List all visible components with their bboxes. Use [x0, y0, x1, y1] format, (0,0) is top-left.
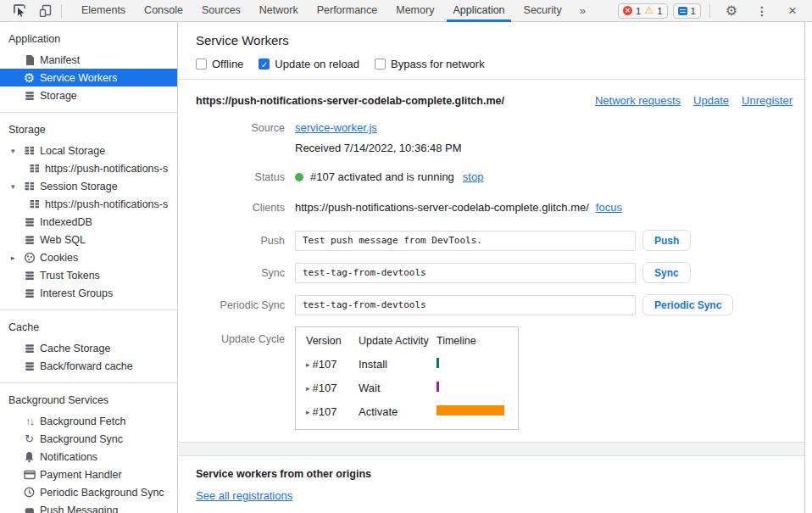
expand-icon[interactable]: ▸ [11, 254, 23, 262]
sync-label: Sync [196, 267, 285, 279]
update-cycle-row: Update Cycle Version Update Activity Tim… [196, 326, 793, 430]
tab-performance[interactable]: Performance [308, 0, 387, 22]
sidebar-item-interest-groups[interactable]: Interest Groups [0, 284, 177, 302]
tab-memory[interactable]: Memory [387, 0, 443, 22]
sidebar-item-storage[interactable]: Storage [0, 86, 177, 104]
periodic-sync-button[interactable]: Periodic Sync [642, 294, 733, 315]
tab-application[interactable]: Application [443, 0, 514, 22]
periodic-sync-tag-input[interactable] [295, 295, 636, 315]
warning-icon: ⚠ [644, 6, 653, 15]
tab-security[interactable]: Security [514, 0, 571, 22]
update-on-reload-checkbox[interactable]: ✓ Update on reload [259, 58, 359, 70]
received-timestamp: Received 7/14/2022, 10:36:48 PM [295, 142, 462, 154]
expand-icon[interactable]: ▸ [306, 384, 310, 393]
expand-icon[interactable]: ▸ [306, 360, 310, 369]
push-message-input[interactable] [295, 231, 636, 251]
tab-console[interactable]: Console [135, 0, 192, 22]
sidebar-item-local-storage[interactable]: ▾ Local Storage [0, 142, 177, 159]
messages-badge[interactable]: 1 [673, 3, 701, 19]
gear-icon: ⚙ [23, 71, 36, 84]
activity-cell: Install [359, 358, 437, 371]
received-row: Received 7/14/2022, 10:36:48 PM [196, 142, 793, 154]
update-link[interactable]: Update [693, 94, 729, 107]
device-toolbar-icon[interactable] [32, 0, 58, 21]
kebab-menu-icon[interactable]: ⋮ [749, 0, 775, 21]
service-worker-card: https://push-notifications-server-codela… [179, 80, 804, 442]
sync-icon: ↻ [23, 432, 36, 445]
checkbox-checked[interactable]: ✓ [259, 59, 270, 70]
table-icon [23, 180, 36, 192]
table-icon [23, 144, 36, 157]
up-down-arrows-icon: ↑↓ [23, 415, 36, 427]
expand-icon[interactable]: ▸ [306, 408, 310, 416]
activity-cell: Wait [359, 382, 437, 394]
database-icon [23, 89, 36, 102]
sidebar-item-cookies[interactable]: ▸ Cookies [0, 248, 177, 266]
push-button[interactable]: Push [642, 230, 691, 251]
table-icon [28, 198, 41, 210]
sidebar-item-back-forward-cache[interactable]: Back/forward cache [0, 357, 177, 375]
network-requests-link[interactable]: Network requests [595, 94, 681, 107]
unregister-link[interactable]: Unregister [742, 94, 793, 107]
sidebar-item-session-storage[interactable]: ▾ Session Storage [0, 177, 177, 195]
sidebar-item-service-workers[interactable]: ⚙ Service Workers [0, 69, 177, 86]
sidebar-item-trust-tokens[interactable]: Trust Tokens [0, 266, 177, 284]
tab-elements[interactable]: Elements [72, 0, 135, 22]
focus-link[interactable]: focus [596, 201, 622, 214]
collapse-icon[interactable]: ▾ [11, 182, 23, 191]
section-header-application: Application [0, 26, 177, 51]
checkbox-unchecked[interactable] [375, 59, 386, 70]
sync-row: Sync Sync [196, 262, 793, 283]
toolbar-divider [709, 4, 710, 18]
sync-button[interactable]: Sync [642, 262, 691, 283]
sidebar-item-notifications[interactable]: Notifications [0, 448, 177, 466]
version-cell: #107 [313, 382, 337, 394]
update-cycle-table: Version Update Activity Timeline ▸#107 I… [295, 326, 519, 430]
sidebar-item-indexeddb[interactable]: IndexedDB [0, 213, 177, 231]
tab-sources[interactable]: Sources [192, 0, 250, 22]
sidebar-item-cache-storage[interactable]: Cache Storage [0, 339, 177, 357]
sidebar-item-manifest[interactable]: Manifest [0, 51, 177, 69]
sidebar-item-payment-handler[interactable]: Payment Handler [0, 466, 177, 483]
sidebar-item-background-sync[interactable]: ↻ Background Sync [0, 430, 177, 448]
inspect-element-icon[interactable] [7, 0, 32, 21]
periodic-sync-label: Periodic Sync [196, 299, 285, 311]
source-label: Source [196, 122, 285, 134]
database-icon [23, 215, 36, 228]
card-icon [23, 468, 36, 481]
database-icon [23, 269, 36, 282]
application-sidebar: Application Manifest ⚙ Service Workers S… [0, 22, 178, 513]
tab-network[interactable]: Network [250, 0, 308, 22]
bypass-for-network-checkbox[interactable]: Bypass for network [375, 58, 485, 70]
checkbox-label: Bypass for network [391, 58, 485, 70]
sidebar-item-web-sql[interactable]: Web SQL [0, 231, 177, 248]
checkbox-unchecked[interactable] [196, 59, 207, 70]
sidebar-item-local-storage-origin[interactable]: https://push-notifications-s [0, 159, 177, 177]
sidebar-item-push-messaging[interactable]: Push Messaging [0, 501, 177, 513]
sidebar-item-background-fetch[interactable]: ↑↓ Background Fetch [0, 412, 177, 430]
stop-link[interactable]: stop [463, 170, 484, 183]
clients-label: Clients [196, 202, 285, 214]
close-devtools-icon[interactable]: × [780, 0, 805, 21]
column-header-update-activity: Update Activity [359, 335, 437, 347]
page-title: Service Workers [196, 33, 793, 47]
column-header-version: Version [306, 335, 359, 347]
checkbox-label: Update on reload [275, 58, 359, 70]
see-all-registrations-link[interactable]: See all registrations [196, 489, 292, 502]
table-icon [28, 162, 41, 175]
sync-tag-input[interactable] [295, 263, 636, 283]
sidebar-item-periodic-background-sync[interactable]: Periodic Background Sync [0, 483, 177, 501]
sidebar-section-application: Application Manifest ⚙ Service Workers S… [0, 22, 177, 113]
sidebar-item-session-storage-origin[interactable]: https://push-notifications-s [0, 195, 177, 213]
offline-checkbox[interactable]: Offline [196, 58, 243, 70]
errors-warnings-badge[interactable]: ✕ 1 ⚠ 1 [618, 3, 668, 19]
source-file-link[interactable]: service-worker.js [295, 121, 377, 134]
settings-gear-icon[interactable]: ⚙ [719, 0, 744, 21]
bell-icon [23, 450, 36, 463]
update-cycle-header-row: Version Update Activity Timeline [306, 335, 508, 347]
more-tabs-icon[interactable]: » [571, 0, 594, 21]
collapse-icon[interactable]: ▾ [11, 147, 23, 155]
activity-cell: Activate [359, 405, 437, 418]
status-text: #107 activated and is running [310, 170, 454, 183]
sidebar-section-background-services: Background Services ↑↓ Background Fetch … [0, 383, 177, 513]
